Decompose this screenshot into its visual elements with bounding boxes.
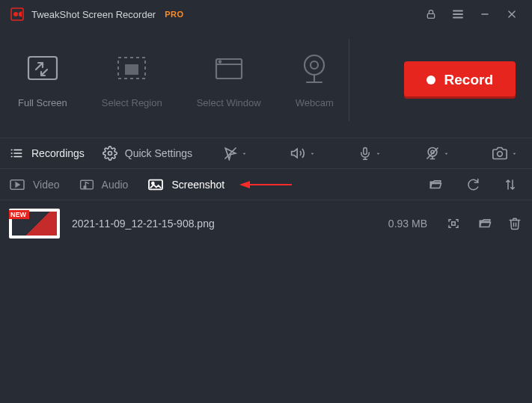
close-icon[interactable] <box>502 4 522 24</box>
tabs: Video Audio Screenshot <box>0 169 532 200</box>
svg-marker-34 <box>16 182 19 186</box>
mode-webcam-label: Webcam <box>296 97 334 108</box>
mode-window[interactable]: Select Window <box>197 52 261 108</box>
svg-point-1 <box>13 12 18 16</box>
arrow-annotation-icon <box>239 179 292 191</box>
window-icon <box>212 52 246 87</box>
mic-dropdown[interactable] <box>351 142 388 164</box>
tab-screenshot-label: Screenshot <box>171 179 224 191</box>
svg-rect-26 <box>363 148 367 155</box>
lock-icon[interactable] <box>421 4 441 24</box>
mode-window-label: Select Window <box>197 97 261 108</box>
webcam-icon <box>297 52 331 87</box>
video-icon <box>9 178 25 191</box>
app-title: TweakShot Screen Recorder <box>31 9 156 20</box>
file-list: NEW 2021-11-09_12-21-15-908.png 0.93 MB <box>0 200 532 247</box>
recordings-label: Recordings <box>31 147 85 159</box>
cursor-dropdown[interactable] <box>216 142 254 164</box>
tab-video-label: Video <box>33 179 60 191</box>
gear-icon <box>103 146 117 161</box>
open-in-viewer-button[interactable] <box>444 212 463 235</box>
filename: 2021-11-09_12-21-15-908.png <box>72 218 333 230</box>
speaker-icon <box>290 146 306 161</box>
svg-point-15 <box>305 55 324 75</box>
screenshot-dropdown[interactable] <box>486 142 523 164</box>
image-icon <box>147 178 164 191</box>
svg-rect-35 <box>80 180 93 189</box>
list-item[interactable]: NEW 2021-11-09_12-21-15-908.png 0.93 MB <box>9 206 523 241</box>
record-dot-icon <box>426 76 435 84</box>
app-logo-icon <box>10 7 24 21</box>
svg-rect-11 <box>126 65 138 74</box>
list-icon <box>9 147 24 160</box>
open-folder-button[interactable] <box>423 173 448 196</box>
svg-point-16 <box>311 61 318 69</box>
tab-audio-label: Audio <box>102 179 129 191</box>
refresh-button[interactable] <box>460 173 486 196</box>
mode-region[interactable]: Select Region <box>102 52 162 108</box>
fullscreen-icon <box>445 217 462 230</box>
svg-rect-2 <box>427 13 434 18</box>
svg-marker-25 <box>291 149 297 158</box>
refresh-icon <box>466 178 480 191</box>
mode-webcam[interactable]: Webcam <box>296 52 334 108</box>
webcamctl-dropdown[interactable] <box>418 142 456 164</box>
sort-button[interactable] <box>498 173 523 196</box>
capture-modes: Full Screen Select Region Select Window <box>0 28 532 138</box>
sort-icon <box>504 178 517 191</box>
delete-button[interactable] <box>507 212 523 235</box>
svg-point-29 <box>428 148 437 157</box>
filesize: 0.93 MB <box>345 218 427 230</box>
divider <box>349 39 349 121</box>
reveal-in-folder-button[interactable] <box>475 212 495 235</box>
svg-point-36 <box>84 185 86 188</box>
chevron-down-icon <box>241 150 248 157</box>
tab-video[interactable]: Video <box>9 178 60 191</box>
mode-fullscreen-label: Full Screen <box>18 97 67 108</box>
svg-point-23 <box>108 152 111 156</box>
region-icon <box>114 52 149 87</box>
camera-icon <box>492 146 508 161</box>
mode-fullscreen[interactable]: Full Screen <box>18 52 67 108</box>
chevron-down-icon <box>443 150 450 157</box>
folder-icon <box>477 217 492 230</box>
mode-region-label: Select Region <box>102 97 162 108</box>
volume-dropdown[interactable] <box>284 142 321 164</box>
minimize-icon[interactable] <box>475 4 495 24</box>
quick-settings-menu[interactable]: Quick Settings <box>103 146 192 161</box>
tab-audio[interactable]: Audio <box>79 178 129 191</box>
thumbnail: NEW <box>9 209 60 239</box>
trash-icon <box>508 217 522 230</box>
recordings-menu[interactable]: Recordings <box>9 147 85 160</box>
folder-open-icon <box>428 178 443 191</box>
menu-icon[interactable] <box>448 4 468 24</box>
chevron-down-icon <box>309 150 316 157</box>
quick-settings-label: Quick Settings <box>125 147 192 159</box>
tab-screenshot[interactable]: Screenshot <box>147 178 224 191</box>
audio-icon <box>79 178 94 191</box>
new-badge: NEW <box>9 210 29 219</box>
svg-marker-40 <box>239 181 250 188</box>
svg-rect-41 <box>452 222 456 226</box>
pro-badge: PRO <box>165 10 183 19</box>
record-button[interactable]: Record <box>404 61 516 99</box>
svg-point-32 <box>497 152 502 157</box>
svg-point-14 <box>218 61 220 62</box>
record-label: Record <box>444 72 493 88</box>
titlebar: TweakShot Screen Recorder PRO <box>0 0 532 28</box>
cursor-icon <box>223 146 238 161</box>
toolbar: Recordings Quick Settings <box>0 138 532 169</box>
microphone-icon <box>358 146 372 161</box>
fullscreen-icon <box>25 52 60 87</box>
webcam-off-icon <box>425 146 440 161</box>
chevron-down-icon <box>511 150 518 157</box>
chevron-down-icon <box>375 150 382 157</box>
